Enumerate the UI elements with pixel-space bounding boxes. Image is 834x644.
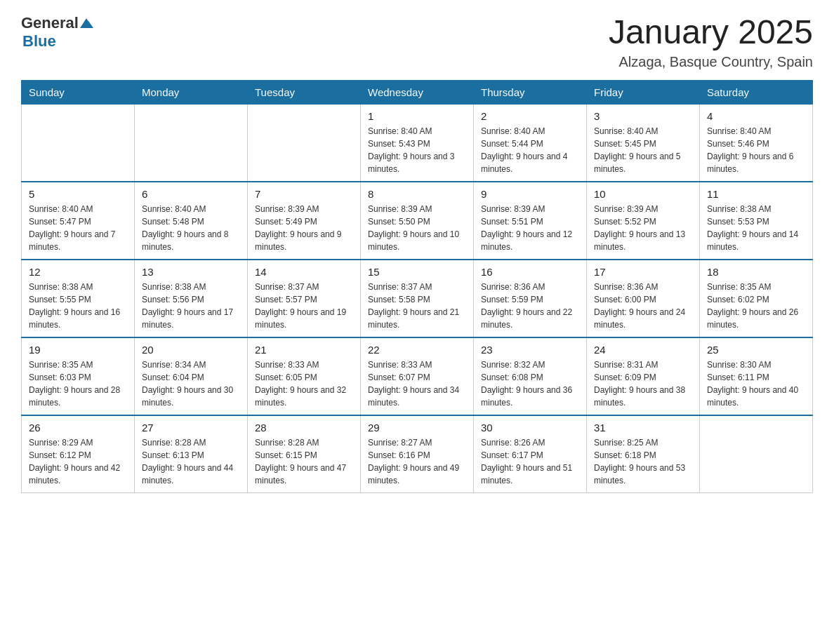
calendar-cell: 18Sunrise: 8:35 AM Sunset: 6:02 PM Dayli… [700,260,813,337]
calendar-cell: 24Sunrise: 8:31 AM Sunset: 6:09 PM Dayli… [587,337,700,415]
day-number: 1 [368,110,466,122]
day-number: 14 [255,266,353,278]
logo: General Blue [21,14,94,51]
day-info: Sunrise: 8:39 AM Sunset: 5:52 PM Dayligh… [594,203,692,253]
day-info: Sunrise: 8:39 AM Sunset: 5:51 PM Dayligh… [481,203,579,253]
weekday-header-thursday: Thursday [474,80,587,104]
day-number: 27 [142,422,240,434]
calendar-cell: 15Sunrise: 8:37 AM Sunset: 5:58 PM Dayli… [361,260,474,337]
calendar-cell: 31Sunrise: 8:25 AM Sunset: 6:18 PM Dayli… [587,415,700,493]
calendar-cell: 13Sunrise: 8:38 AM Sunset: 5:56 PM Dayli… [135,260,248,337]
location: Alzaga, Basque Country, Spain [609,54,813,70]
day-info: Sunrise: 8:34 AM Sunset: 6:04 PM Dayligh… [142,358,240,409]
day-info: Sunrise: 8:37 AM Sunset: 5:57 PM Dayligh… [255,281,353,331]
weekday-header-wednesday: Wednesday [361,80,474,104]
calendar-week-row: 1Sunrise: 8:40 AM Sunset: 5:43 PM Daylig… [22,104,813,182]
day-number: 3 [594,110,692,122]
day-info: Sunrise: 8:39 AM Sunset: 5:49 PM Dayligh… [255,203,353,253]
day-number: 5 [29,188,127,200]
day-number: 26 [29,422,127,434]
calendar-week-row: 19Sunrise: 8:35 AM Sunset: 6:03 PM Dayli… [22,337,813,415]
day-number: 20 [142,344,240,356]
day-number: 28 [255,422,353,434]
calendar-cell: 10Sunrise: 8:39 AM Sunset: 5:52 PM Dayli… [587,182,700,260]
calendar-cell [248,104,361,182]
day-info: Sunrise: 8:37 AM Sunset: 5:58 PM Dayligh… [368,281,466,331]
weekday-header-row: SundayMondayTuesdayWednesdayThursdayFrid… [22,80,813,104]
day-info: Sunrise: 8:39 AM Sunset: 5:50 PM Dayligh… [368,203,466,253]
calendar-cell: 3Sunrise: 8:40 AM Sunset: 5:45 PM Daylig… [587,104,700,182]
day-info: Sunrise: 8:28 AM Sunset: 6:15 PM Dayligh… [255,436,353,487]
day-info: Sunrise: 8:33 AM Sunset: 6:05 PM Dayligh… [255,358,353,409]
day-number: 4 [707,110,805,122]
day-number: 29 [368,422,466,434]
calendar-week-row: 26Sunrise: 8:29 AM Sunset: 6:12 PM Dayli… [22,415,813,493]
calendar-week-row: 12Sunrise: 8:38 AM Sunset: 5:55 PM Dayli… [22,260,813,337]
calendar-table: SundayMondayTuesdayWednesdayThursdayFrid… [21,80,813,493]
day-number: 21 [255,344,353,356]
calendar-cell: 16Sunrise: 8:36 AM Sunset: 5:59 PM Dayli… [474,260,587,337]
day-number: 19 [29,344,127,356]
day-number: 18 [707,266,805,278]
day-info: Sunrise: 8:36 AM Sunset: 6:00 PM Dayligh… [594,281,692,331]
weekday-header-saturday: Saturday [700,80,813,104]
calendar-cell: 4Sunrise: 8:40 AM Sunset: 5:46 PM Daylig… [700,104,813,182]
day-number: 6 [142,188,240,200]
calendar-cell: 26Sunrise: 8:29 AM Sunset: 6:12 PM Dayli… [22,415,135,493]
logo-blue-text: Blue [22,32,56,51]
calendar-cell: 20Sunrise: 8:34 AM Sunset: 6:04 PM Dayli… [135,337,248,415]
day-info: Sunrise: 8:32 AM Sunset: 6:08 PM Dayligh… [481,358,579,409]
weekday-header-sunday: Sunday [22,80,135,104]
day-number: 25 [707,344,805,356]
day-info: Sunrise: 8:30 AM Sunset: 6:11 PM Dayligh… [707,358,805,409]
calendar-cell: 29Sunrise: 8:27 AM Sunset: 6:16 PM Dayli… [361,415,474,493]
calendar-cell: 21Sunrise: 8:33 AM Sunset: 6:05 PM Dayli… [248,337,361,415]
day-number: 13 [142,266,240,278]
day-info: Sunrise: 8:27 AM Sunset: 6:16 PM Dayligh… [368,436,466,487]
day-number: 15 [368,266,466,278]
day-info: Sunrise: 8:35 AM Sunset: 6:02 PM Dayligh… [707,281,805,331]
calendar-cell: 28Sunrise: 8:28 AM Sunset: 6:15 PM Dayli… [248,415,361,493]
day-number: 10 [594,188,692,200]
calendar-cell: 22Sunrise: 8:33 AM Sunset: 6:07 PM Dayli… [361,337,474,415]
calendar-week-row: 5Sunrise: 8:40 AM Sunset: 5:47 PM Daylig… [22,182,813,260]
calendar-cell: 9Sunrise: 8:39 AM Sunset: 5:51 PM Daylig… [474,182,587,260]
day-number: 30 [481,422,579,434]
day-info: Sunrise: 8:38 AM Sunset: 5:53 PM Dayligh… [707,203,805,253]
day-info: Sunrise: 8:35 AM Sunset: 6:03 PM Dayligh… [29,358,127,409]
day-number: 22 [368,344,466,356]
logo-icon [79,15,94,31]
day-info: Sunrise: 8:40 AM Sunset: 5:44 PM Dayligh… [481,125,579,175]
day-info: Sunrise: 8:40 AM Sunset: 5:43 PM Dayligh… [368,125,466,175]
calendar-cell: 14Sunrise: 8:37 AM Sunset: 5:57 PM Dayli… [248,260,361,337]
calendar-cell: 27Sunrise: 8:28 AM Sunset: 6:13 PM Dayli… [135,415,248,493]
calendar-cell: 19Sunrise: 8:35 AM Sunset: 6:03 PM Dayli… [22,337,135,415]
day-info: Sunrise: 8:33 AM Sunset: 6:07 PM Dayligh… [368,358,466,409]
day-number: 12 [29,266,127,278]
calendar-cell: 5Sunrise: 8:40 AM Sunset: 5:47 PM Daylig… [22,182,135,260]
day-info: Sunrise: 8:40 AM Sunset: 5:48 PM Dayligh… [142,203,240,253]
calendar-cell [135,104,248,182]
day-number: 23 [481,344,579,356]
calendar-cell [22,104,135,182]
page-header: General Blue January 2025 Alzaga, Basque… [21,14,813,70]
calendar-cell: 1Sunrise: 8:40 AM Sunset: 5:43 PM Daylig… [361,104,474,182]
day-number: 31 [594,422,692,434]
day-info: Sunrise: 8:36 AM Sunset: 5:59 PM Dayligh… [481,281,579,331]
weekday-header-monday: Monday [135,80,248,104]
month-title: January 2025 [609,14,813,51]
calendar-cell: 23Sunrise: 8:32 AM Sunset: 6:08 PM Dayli… [474,337,587,415]
day-info: Sunrise: 8:31 AM Sunset: 6:09 PM Dayligh… [594,358,692,409]
day-info: Sunrise: 8:38 AM Sunset: 5:55 PM Dayligh… [29,281,127,331]
day-info: Sunrise: 8:29 AM Sunset: 6:12 PM Dayligh… [29,436,127,487]
calendar-cell: 11Sunrise: 8:38 AM Sunset: 5:53 PM Dayli… [700,182,813,260]
title-area: January 2025 Alzaga, Basque Country, Spa… [609,14,813,70]
day-number: 17 [594,266,692,278]
calendar-cell: 12Sunrise: 8:38 AM Sunset: 5:55 PM Dayli… [22,260,135,337]
day-number: 8 [368,188,466,200]
calendar-cell: 25Sunrise: 8:30 AM Sunset: 6:11 PM Dayli… [700,337,813,415]
weekday-header-tuesday: Tuesday [248,80,361,104]
calendar-cell: 6Sunrise: 8:40 AM Sunset: 5:48 PM Daylig… [135,182,248,260]
day-info: Sunrise: 8:40 AM Sunset: 5:45 PM Dayligh… [594,125,692,175]
calendar-cell: 2Sunrise: 8:40 AM Sunset: 5:44 PM Daylig… [474,104,587,182]
